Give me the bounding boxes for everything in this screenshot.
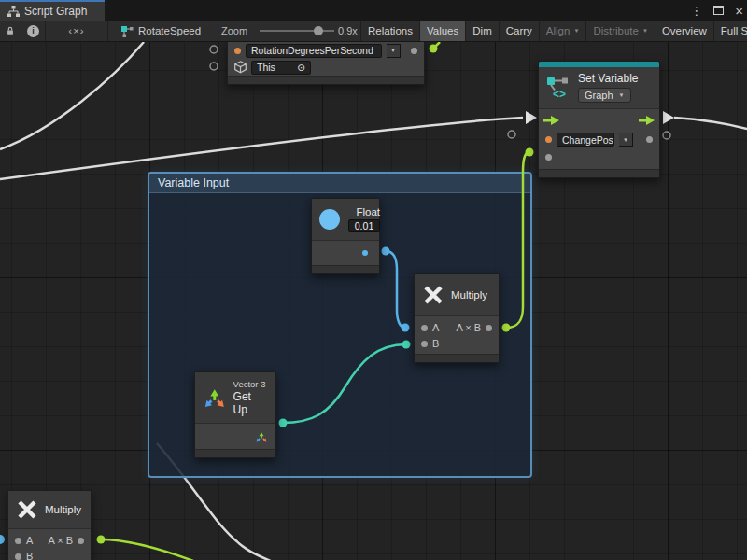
chevron-down-icon: ▼	[390, 48, 396, 53]
port-result-dot[interactable]	[486, 325, 492, 331]
value-output-port-dot[interactable]	[411, 48, 417, 54]
node-footer	[312, 265, 379, 273]
port-a-dot[interactable]	[15, 538, 21, 544]
float-icon	[319, 209, 340, 230]
node-title: Multiply	[45, 504, 81, 515]
node-type-label: Vector 3	[233, 379, 268, 389]
node-multiply-2[interactable]: Multiply A A × B B	[7, 490, 92, 560]
toolbar-button-distribute[interactable]: Distribute▼	[585, 21, 655, 41]
float-output-port-dot[interactable]	[362, 250, 368, 256]
value-output-port-dot[interactable]	[646, 136, 653, 143]
variable-name-dropdown-button[interactable]: ▼	[387, 44, 401, 58]
toolbar-button-fullscreen[interactable]: Full Screen	[713, 21, 747, 41]
wire-green-multiply2-out	[101, 539, 193, 560]
variable-name-port-dot[interactable]	[234, 48, 241, 54]
port-ring[interactable]	[210, 63, 218, 70]
zoom-value: 0.9x	[338, 21, 358, 41]
port-a-dot[interactable]	[421, 325, 428, 331]
wire-endpoint[interactable]	[526, 148, 534, 157]
zoom-slider-handle[interactable]	[314, 26, 323, 35]
vector3-icon	[203, 385, 227, 410]
lock-button[interactable]	[0, 21, 21, 41]
wire-endpoint[interactable]	[430, 45, 438, 53]
set-variable-icon: <>	[546, 77, 571, 99]
zoom-slider-track[interactable]	[260, 30, 334, 32]
tab-bar: Script Graph ⋮ ×	[0, 0, 747, 21]
node-vector3-get-up[interactable]: Vector 3 Get Up	[194, 371, 276, 458]
port-b-label: B	[432, 338, 439, 349]
node-title: Multiply	[451, 289, 487, 301]
variable-name-dropdown[interactable]: ChangePos	[557, 133, 614, 147]
graph-canvas[interactable]: Variable Input	[0, 42, 747, 560]
variable-target-field[interactable]: This ⊙	[251, 61, 311, 75]
chevron-down-icon: ▼	[623, 137, 628, 143]
value-input-port-dot[interactable]	[545, 154, 552, 161]
chevron-down-icon: ▼	[573, 28, 579, 34]
node-multiply[interactable]: Multiply A A × B B	[414, 273, 500, 363]
wire-white-into-set-variable	[0, 118, 523, 179]
variable-name-dropdown[interactable]: RotationDegreesPerSecond	[246, 44, 382, 58]
port-ring[interactable]	[663, 132, 670, 139]
cube-icon	[234, 61, 247, 74]
wire-white-out-of-set-variable	[674, 118, 747, 129]
scope-dropdown[interactable]: Graph ▼	[578, 88, 631, 103]
wire-green-get-variable-out	[433, 42, 440, 49]
group-title[interactable]: Variable Input	[149, 174, 530, 193]
node-set-variable[interactable]: <> Set Variable Graph ▼	[538, 61, 660, 178]
graph-toolbar: i ‹×› RotateSpeed Zoom 0.9x Relations Va…	[0, 21, 747, 42]
chevron-down-icon: ▼	[619, 92, 625, 98]
chevron-down-icon: ▼	[642, 28, 648, 34]
toolbar-button-relations[interactable]: Relations	[360, 21, 419, 41]
maximize-icon[interactable]	[713, 6, 724, 15]
object-picker-icon[interactable]: ⊙	[297, 62, 305, 73]
window-controls: ⋮ ×	[690, 0, 743, 21]
graph-name-label: RotateSpeed	[138, 25, 201, 36]
zoom-label: Zoom	[221, 21, 247, 41]
node-footer	[415, 354, 499, 362]
node-title: Set Variable	[578, 72, 638, 85]
flow-input-arrow[interactable]	[543, 116, 559, 125]
toolbar-button-align[interactable]: Align▼	[539, 21, 586, 41]
code-view-icon: ‹×›	[68, 25, 84, 36]
multiply-icon	[17, 499, 37, 520]
variable-name-port-dot[interactable]	[545, 136, 552, 143]
node-title: Get Up	[233, 390, 268, 416]
node-float[interactable]: Float 0.01	[311, 198, 380, 274]
breadcrumb[interactable]: RotateSpeed	[121, 21, 201, 41]
more-options-icon[interactable]: ⋮	[690, 5, 702, 17]
port-result-label: A × B	[48, 535, 73, 546]
toolbar-buttons: Relations Values Dim Carry Align▼ Distri…	[360, 21, 747, 41]
flow-arrowhead-in	[526, 111, 537, 124]
port-result-dot[interactable]	[78, 538, 84, 544]
node-footer	[539, 169, 659, 177]
toolbar-button-carry[interactable]: Carry	[499, 21, 539, 41]
zoom-slider[interactable]	[260, 21, 334, 41]
wire-endpoint[interactable]	[0, 535, 5, 544]
port-a-label: A	[432, 322, 439, 333]
port-b-dot[interactable]	[15, 553, 21, 560]
toolbar-button-overview[interactable]: Overview	[655, 21, 713, 41]
port-ring[interactable]	[210, 46, 218, 53]
svg-text:<>: <>	[553, 88, 566, 99]
variable-name-dropdown-button[interactable]: ▼	[619, 133, 633, 147]
tab-script-graph[interactable]: Script Graph	[0, 0, 105, 21]
wire-endpoint[interactable]	[97, 536, 106, 544]
port-ring[interactable]	[508, 131, 515, 138]
node-title: Float	[356, 206, 380, 217]
graph-asset-icon	[121, 25, 134, 37]
port-result-label: A × B	[456, 322, 481, 333]
port-b-dot[interactable]	[421, 341, 428, 347]
vector3-mini-icon[interactable]	[255, 430, 268, 443]
code-view-button[interactable]: ‹×›	[46, 21, 108, 41]
info-button[interactable]: i	[21, 21, 46, 41]
toolbar-button-values[interactable]: Values	[419, 21, 465, 41]
node-get-variable[interactable]: RotationDegreesPerSecond ▼ This ⊙	[227, 42, 425, 85]
close-icon[interactable]: ×	[735, 4, 743, 18]
node-footer	[228, 76, 424, 84]
port-a-label: A	[26, 535, 33, 546]
multiply-icon	[423, 285, 444, 305]
float-value-field[interactable]: 0.01	[348, 219, 380, 232]
flow-output-arrow[interactable]	[639, 116, 655, 125]
unity-graph-window: Script Graph ⋮ × i ‹×›	[0, 0, 747, 560]
toolbar-button-dim[interactable]: Dim	[465, 21, 498, 41]
